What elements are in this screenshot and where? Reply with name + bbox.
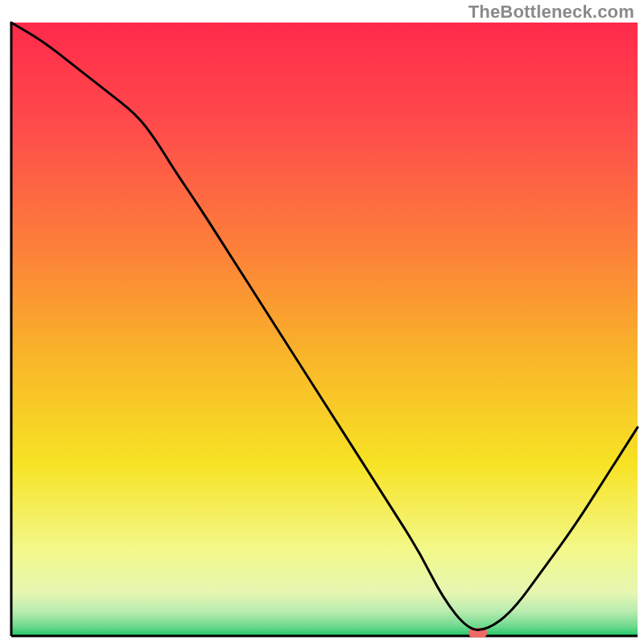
plot-background-gradient (11, 23, 638, 636)
watermark-text: TheBottleneck.com (469, 2, 634, 23)
bottleneck-chart (0, 0, 644, 644)
